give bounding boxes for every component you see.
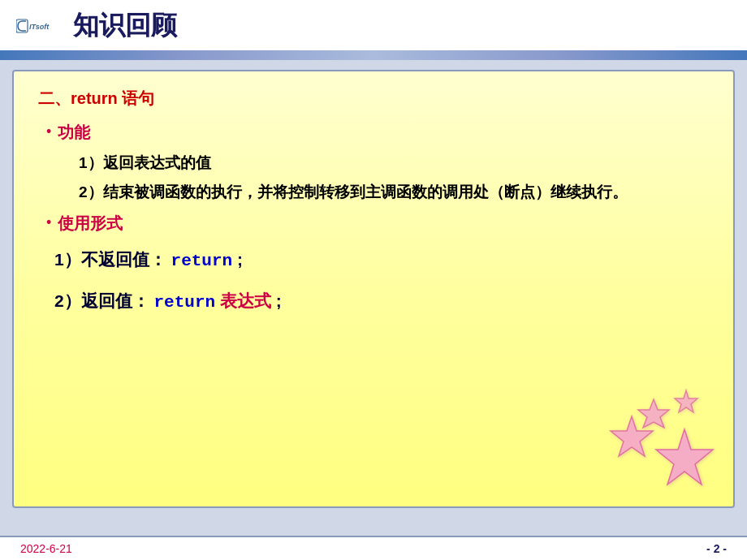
header-area: ITsoft 知识回顾 — [0, 0, 747, 50]
footer: 2022-6-21 - 2 - — [0, 536, 747, 560]
sub-item-2: 2）结束被调函数的执行，并将控制转移到主调函数的调用处（断点）继续执行。 — [79, 180, 709, 205]
sub-item-1: 1）返回表达式的值 — [79, 152, 709, 175]
star-tiny — [672, 389, 701, 417]
usage-item-1: 1）不返回值： return ; — [38, 247, 709, 274]
usage-prefix-1: 1）不返回值： — [54, 250, 166, 269]
usage-item-2: 2）返回值： return 表达式 ; — [38, 288, 709, 316]
stars-container — [587, 393, 717, 490]
bullet-label-sy: 使用形式 — [58, 213, 123, 235]
star-large — [652, 425, 717, 490]
footer-date: 2022-6-21 — [20, 542, 72, 555]
page-title: 知识回顾 — [73, 8, 177, 44]
bullet-item-gn: • 功能 — [38, 122, 709, 144]
usage-semi-1: ; — [237, 250, 243, 269]
usage-semi-2: ; — [276, 291, 282, 310]
logo-icon: ITsoft — [16, 17, 57, 35]
bullet-item-sy: • 使用形式 — [38, 213, 709, 235]
bullet-dot-gn: • — [46, 122, 51, 142]
main-content: 二、return 语句 • 功能 1）返回表达式的值 2）结束被调函数的执行，并… — [12, 70, 735, 508]
usage-code-blue-2: return — [154, 293, 216, 312]
usage-section: 1）不返回值： return ; 2）返回值： return 表达式 ; — [38, 247, 709, 316]
bullet-dot-sy: • — [46, 213, 51, 233]
bullet-label-gn: 功能 — [58, 122, 90, 144]
footer-page: - 2 - — [706, 542, 727, 555]
logo-area: ITsoft — [16, 17, 57, 35]
section-title: 二、return 语句 — [38, 88, 709, 110]
usage-prefix-2: 2）返回值： — [54, 291, 154, 310]
svg-marker-2 — [656, 429, 713, 485]
slide: ITsoft 知识回顾 二、return 语句 • 功能 1）返回表达式的值 2… — [0, 0, 747, 560]
svg-marker-4 — [638, 399, 669, 428]
usage-code-blue-1: return — [171, 252, 233, 270]
sub-content-gn: 1）返回表达式的值 2）结束被调函数的执行，并将控制转移到主调函数的调用处（断点… — [38, 152, 709, 205]
svg-marker-5 — [675, 390, 697, 412]
blue-bar — [0, 50, 747, 60]
svg-text:ITsoft: ITsoft — [29, 23, 50, 31]
usage-code-highlight-2: 表达式 — [220, 293, 271, 312]
star-small — [636, 397, 672, 433]
